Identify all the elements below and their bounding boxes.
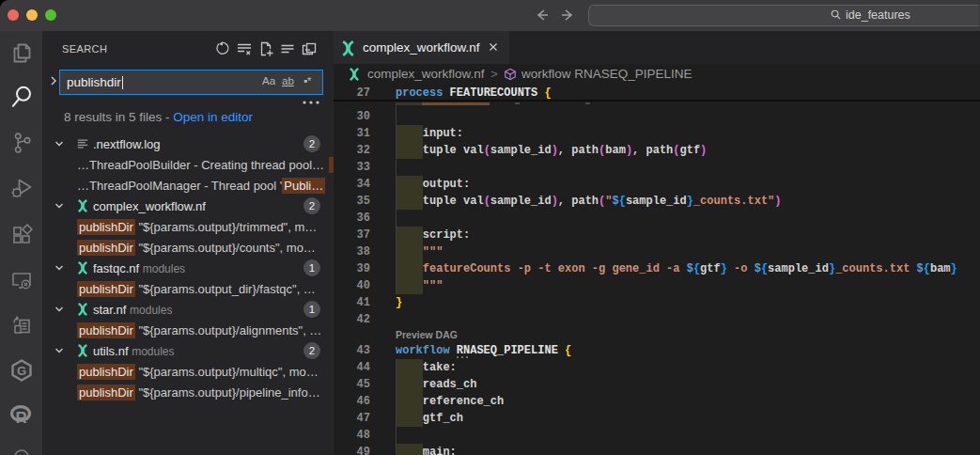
svg-text:R: R xyxy=(16,409,27,427)
svg-text:G: G xyxy=(17,364,26,378)
